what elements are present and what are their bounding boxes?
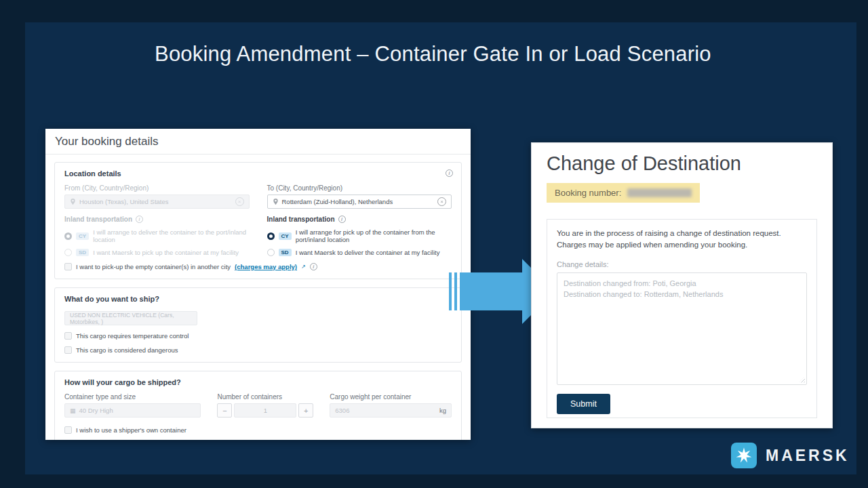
pickup-other-city-text: I want to pick-up the empty container(s)… xyxy=(76,263,231,270)
shipment-section: How will your cargo be shipped? Containe… xyxy=(54,371,462,440)
pickup-info-icon[interactable]: i xyxy=(310,263,317,270)
maersk-wordmark: MAERSK xyxy=(766,447,850,465)
submit-button[interactable]: Submit xyxy=(557,394,610,414)
to-sd-radio[interactable] xyxy=(267,249,275,256)
from-inland-label-row: Inland transportation i xyxy=(64,216,250,223)
arrow-stripe xyxy=(449,272,452,310)
to-sd-badge: SD xyxy=(279,249,292,256)
commodity-input[interactable]: USED NON ELECTRIC VEHICLE (Cars, Motorbi… xyxy=(64,311,197,325)
location-pin-icon xyxy=(273,198,279,205)
change-details-label: Change details: xyxy=(557,260,807,268)
to-option-cy[interactable]: CY I will arrange for pick up of the con… xyxy=(267,228,452,243)
from-cy-radio[interactable] xyxy=(64,232,72,240)
to-sd-text: I want Maersk to deliver the container a… xyxy=(296,249,440,256)
booking-details-body: Location details i From (City, Country/R… xyxy=(45,155,471,440)
from-input[interactable]: Houston (Texas), United States × xyxy=(64,195,250,209)
from-sd-text: I want Maersk to pick up the container a… xyxy=(93,249,239,256)
to-inland-label: Inland transportation xyxy=(267,216,335,223)
maersk-star-icon xyxy=(731,443,757,468)
to-label: To (City, Country/Region) xyxy=(267,184,452,192)
container-count-label: Number of containers xyxy=(217,393,313,401)
temperature-control-text: This cargo requires temperature control xyxy=(76,332,189,340)
location-details-heading: Location details xyxy=(64,169,452,178)
from-option-cy[interactable]: CY I will arrange to deliver the contain… xyxy=(64,228,250,243)
booking-number-highlight: Booking number: xyxy=(547,183,700,203)
cargo-weight-input[interactable]: 6306 kg xyxy=(330,403,452,418)
to-clear-icon[interactable]: × xyxy=(437,197,446,206)
to-value: Rotterdam (Zuid-Holland), Netherlands xyxy=(282,198,393,205)
change-destination-title: Change of Destination xyxy=(547,152,817,175)
count-value-field[interactable]: 1 xyxy=(234,403,296,418)
to-inland-label-row: Inland transportation i xyxy=(267,216,452,223)
container-count-field: Number of containers − 1 + xyxy=(217,393,313,418)
from-column: From (City, Country/Region) Houston (Tex… xyxy=(64,184,250,256)
container-count-stepper: − 1 + xyxy=(217,403,313,418)
own-container-row[interactable]: I wish to use a shipper's own container xyxy=(64,426,452,434)
container-type-field: Container type and size ▦ 40 Dry High xyxy=(64,393,201,418)
container-type-label: Container type and size xyxy=(64,393,201,401)
to-cy-radio[interactable] xyxy=(267,232,275,240)
location-pin-icon xyxy=(70,198,76,205)
arrow-body xyxy=(460,272,522,310)
from-inland-label: Inland transportation xyxy=(64,216,132,223)
slide-title: Booking Amendment – Container Gate In or… xyxy=(155,39,731,68)
temperature-control-checkbox[interactable] xyxy=(64,332,72,340)
booking-number-redacted xyxy=(627,188,692,197)
commodity-heading: What do you want to ship? xyxy=(64,295,452,303)
dangerous-cargo-checkbox[interactable] xyxy=(64,346,72,354)
cargo-weight-value: 6306 xyxy=(335,407,349,414)
to-cy-badge: CY xyxy=(279,232,292,240)
charges-may-apply-link[interactable]: (charges may apply) xyxy=(235,263,297,270)
container-type-value: 40 Dry High xyxy=(79,407,113,414)
to-cy-text: I will arrange for pick up of the contai… xyxy=(296,228,452,243)
container-icon: ▦ xyxy=(70,407,76,414)
dangerous-cargo-row[interactable]: This cargo is considered dangerous xyxy=(64,346,452,354)
from-sd-badge: SD xyxy=(76,249,89,256)
own-container-text: I wish to use a shipper's own container xyxy=(76,426,186,434)
from-value: Houston (Texas), United States xyxy=(79,198,168,205)
location-info-icon[interactable]: i xyxy=(446,169,453,177)
count-increment-button[interactable]: + xyxy=(298,403,313,418)
booking-details-card: Your booking details Location details i … xyxy=(45,129,471,440)
from-option-sd[interactable]: SD I want Maersk to pick up the containe… xyxy=(64,249,250,256)
booking-details-title: Your booking details xyxy=(45,129,471,155)
dangerous-cargo-text: This cargo is considered dangerous xyxy=(76,346,178,354)
change-request-box: You are in the process of raising a chan… xyxy=(547,219,817,418)
location-grid: From (City, Country/Region) Houston (Tex… xyxy=(64,184,452,256)
booking-number-label: Booking number: xyxy=(555,188,621,198)
change-from-line: Destination changed from: Poti, Georgia xyxy=(564,278,800,289)
commodity-section: What do you want to ship? USED NON ELECT… xyxy=(54,287,462,363)
to-column: To (City, Country/Region) Rotterdam (Zui… xyxy=(267,184,452,256)
from-sd-radio[interactable] xyxy=(64,249,72,256)
cargo-weight-field: Cargo weight per container 6306 kg xyxy=(330,393,452,418)
shipment-fields: Container type and size ▦ 40 Dry High Nu… xyxy=(64,393,452,418)
change-to-line: Destination changed to: Rotterdam, Nethe… xyxy=(564,289,800,300)
from-cy-badge: CY xyxy=(76,232,89,240)
commodity-value: USED NON ELECTRIC VEHICLE (Cars, Motorbi… xyxy=(70,312,192,325)
to-input[interactable]: Rotterdam (Zuid-Holland), Netherlands × xyxy=(267,195,452,209)
temperature-control-row[interactable]: This cargo requires temperature control xyxy=(64,332,452,340)
arrow-stripe xyxy=(454,272,457,310)
from-cy-text: I will arrange to deliver the container … xyxy=(93,228,249,243)
from-inland-info-icon[interactable]: i xyxy=(136,216,143,223)
pickup-other-city-checkbox[interactable] xyxy=(64,263,72,270)
cargo-weight-unit: kg xyxy=(439,407,446,414)
location-details-section: Location details i From (City, Country/R… xyxy=(54,162,462,279)
container-type-input[interactable]: ▦ 40 Dry High xyxy=(64,403,201,418)
own-container-checkbox[interactable] xyxy=(64,426,72,434)
change-destination-card: Change of Destination Booking number: Yo… xyxy=(531,142,833,428)
change-details-textarea[interactable]: Destination changed from: Poti, Georgia … xyxy=(557,272,807,385)
shipment-heading: How will your cargo be shipped? xyxy=(64,378,452,386)
maersk-logo: MAERSK xyxy=(731,443,850,468)
from-label: From (City, Country/Region) xyxy=(64,184,250,192)
external-link-icon: ↗ xyxy=(301,264,306,270)
cargo-weight-label: Cargo weight per container xyxy=(330,393,452,401)
from-clear-icon[interactable]: × xyxy=(235,197,244,206)
to-option-sd[interactable]: SD I want Maersk to deliver the containe… xyxy=(267,249,452,256)
count-decrement-button[interactable]: − xyxy=(217,403,232,418)
to-inland-info-icon[interactable]: i xyxy=(338,216,346,223)
pickup-other-city-row[interactable]: I want to pick-up the empty container(s)… xyxy=(64,263,452,270)
change-request-notice: You are in the process of raising a chan… xyxy=(557,228,807,251)
